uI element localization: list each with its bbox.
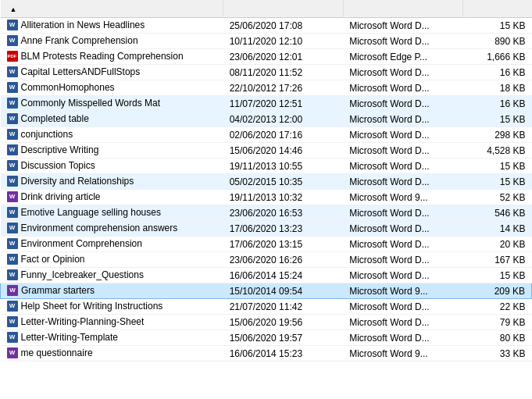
file-date-cell: 05/02/2015 10:35 [223,174,344,190]
file-name-text: BLM Protests Reading Comprehension [21,51,184,62]
file-name-cell: PDFBLM Protests Reading Comprehension [1,49,223,65]
file-date-cell: 10/11/2020 12:10 [223,34,344,49]
file-type-icon: W [7,98,18,109]
sort-arrow-icon: ▲ [10,5,17,13]
file-date-cell: 15/10/2014 09:54 [223,283,344,299]
file-type-cell: Microsoft Word D... [343,65,463,80]
table-row[interactable]: WEnvironment Comprehension17/06/2020 13:… [1,237,532,252]
file-name-text: Help Sheet for Writing Instructions [21,301,163,312]
column-header-name[interactable]: ▲ [1,0,223,18]
table-row[interactable]: PDFBLM Protests Reading Comprehension23/… [1,49,532,65]
table-row[interactable]: WDrink driving article19/11/2013 10:32Mi… [1,190,532,205]
file-type-cell: Microsoft Word D... [343,299,463,315]
file-name-text: Environment comprehension answers [21,223,178,233]
file-type-icon: W [7,254,18,265]
table-row[interactable]: WDescriptive Writing15/06/2020 14:46Micr… [1,143,532,159]
file-type-icon: W [7,35,18,46]
file-type-icon: W [7,347,18,358]
file-name-cell: WDescriptive Writing [1,143,223,159]
table-row[interactable]: WAlliteration in News Headlines25/06/202… [1,18,532,34]
file-type-icon: W [7,113,18,124]
table-row[interactable]: WEmotive Language selling houses23/06/20… [1,205,532,221]
file-size-cell: 80 KB [463,330,532,346]
column-header-type[interactable] [343,0,463,18]
file-size-cell: 546 KB [463,205,532,221]
table-row[interactable]: WEnvironment comprehension answers17/06/… [1,221,532,237]
file-type-icon: W [7,238,18,249]
file-name-text: Diversity and Relationships [21,176,134,187]
file-list-body: WAlliteration in News Headlines25/06/202… [1,18,532,362]
file-date-cell: 15/06/2020 14:46 [223,143,344,159]
table-row[interactable]: WCommonly Misspelled Words Mat11/07/2020… [1,96,532,112]
file-type-icon: W [7,82,18,93]
file-name-text: Discussion Topics [21,160,95,171]
file-type-cell: Microsoft Word D... [343,237,463,252]
file-name-cell: WDiversity and Relationships [1,174,223,190]
file-size-cell: 16 KB [463,65,532,80]
file-type-cell: Microsoft Word D... [343,96,463,112]
file-date-cell: 02/06/2020 17:16 [223,127,344,143]
file-type-cell: Microsoft Word D... [343,80,463,96]
column-header-size[interactable] [463,0,532,18]
file-size-cell: 52 KB [463,190,532,205]
table-row[interactable]: WCapital LettersANDFullStops08/11/2020 1… [1,65,532,80]
file-explorer[interactable]: ▲ WAlliteration in News Headlines25/06/2… [0,0,532,399]
file-type-cell: Microsoft Word D... [343,112,463,127]
file-date-cell: 19/11/2013 10:32 [223,190,344,205]
file-size-cell: 298 KB [463,127,532,143]
file-name-cell: WFact or Opinion [1,252,223,268]
file-size-cell: 22 KB [463,299,532,315]
file-name-text: Environment Comprehension [21,238,142,249]
file-type-icon: W [7,285,18,296]
file-type-cell: Microsoft Word D... [343,315,463,330]
file-type-cell: Microsoft Word D... [343,268,463,283]
file-name-text: CommonHomophones [21,82,115,93]
file-name-cell: WCommonHomophones [1,80,223,96]
file-date-cell: 17/06/2020 13:23 [223,221,344,237]
file-size-cell: 18 KB [463,80,532,96]
file-type-icon: W [7,176,18,187]
file-type-cell: Microsoft Word 9... [343,190,463,205]
table-row[interactable]: WAnne Frank Comprehension10/11/2020 12:1… [1,34,532,49]
table-row[interactable]: WCompleted table04/02/2013 12:00Microsof… [1,112,532,127]
file-type-icon: PDF [7,51,18,62]
file-date-cell: 04/02/2013 12:00 [223,112,344,127]
file-type-icon: W [7,223,18,233]
file-name-cell: WGrammar starters [1,283,223,299]
table-row[interactable]: Wconjunctions02/06/2020 17:16Microsoft W… [1,127,532,143]
file-date-cell: 25/06/2020 17:08 [223,18,344,34]
file-name-text: me questionnaire [21,347,93,358]
file-size-cell: 890 KB [463,34,532,49]
file-type-icon: W [7,144,18,155]
table-row[interactable]: Wme questionnaire16/06/2014 15:23Microso… [1,346,532,362]
file-name-text: Letter-Writing-Template [21,332,119,343]
file-name-cell: WLetter-Writing-Planning-Sheet [1,315,223,330]
file-name-cell: WEnvironment comprehension answers [1,221,223,237]
file-date-cell: 21/07/2020 11:42 [223,299,344,315]
file-name-text: conjunctions [21,129,73,140]
file-size-cell: 14 KB [463,221,532,237]
table-row[interactable]: WDiversity and Relationships05/02/2015 1… [1,174,532,190]
file-type-cell: Microsoft Word D... [343,221,463,237]
file-size-cell: 20 KB [463,237,532,252]
file-date-cell: 23/06/2020 16:26 [223,252,344,268]
table-row[interactable]: WLetter-Writing-Template15/06/2020 19:57… [1,330,532,346]
table-row[interactable]: WHelp Sheet for Writing Instructions21/0… [1,299,532,315]
file-type-icon: W [7,66,18,77]
table-row[interactable]: WFact or Opinion23/06/2020 16:26Microsof… [1,252,532,268]
table-row[interactable]: WFunny_Icebreaker_Questions16/06/2014 15… [1,268,532,283]
file-type-cell: Microsoft Word D... [343,18,463,34]
table-row[interactable]: WDiscussion Topics19/11/2013 10:55Micros… [1,159,532,174]
file-name-text: Fact or Opinion [21,254,85,265]
file-date-cell: 15/06/2020 19:57 [223,330,344,346]
file-name-cell: WFunny_Icebreaker_Questions [1,268,223,283]
file-type-icon: W [7,20,18,30]
table-row[interactable]: WLetter-Writing-Planning-Sheet15/06/2020… [1,315,532,330]
table-row[interactable]: WGrammar starters15/10/2014 09:54Microso… [1,283,532,299]
column-header-date[interactable] [223,0,344,18]
file-name-cell: Wme questionnaire [1,346,223,362]
file-type-cell: Microsoft Word 9... [343,283,463,299]
table-row[interactable]: WCommonHomophones22/10/2012 17:26Microso… [1,80,532,96]
file-type-icon: W [7,129,18,140]
file-type-icon: W [7,160,18,171]
